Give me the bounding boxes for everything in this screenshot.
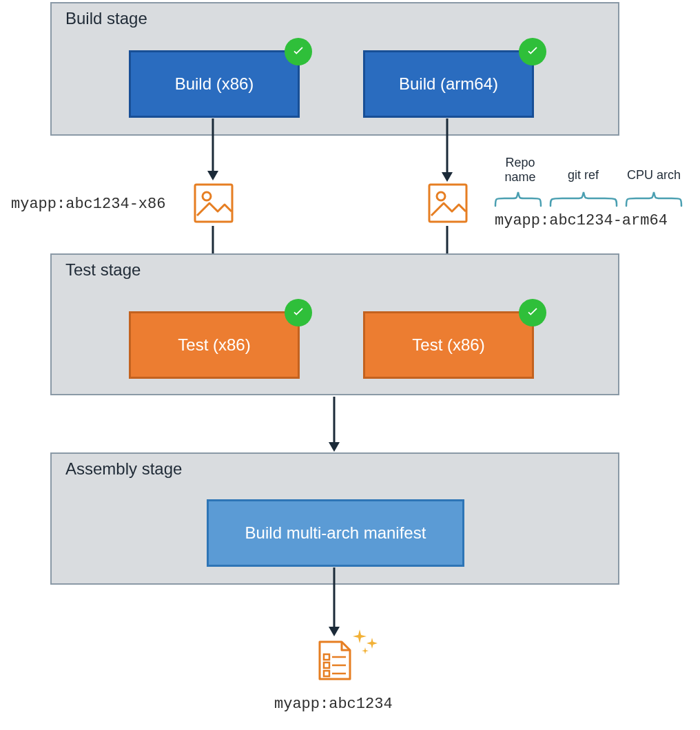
brace-icon: [548, 190, 619, 208]
brace-icon: [493, 190, 543, 208]
build-manifest-label: Build multi-arch manifest: [245, 523, 426, 543]
svg-rect-8: [324, 671, 329, 676]
svg-rect-0: [195, 185, 232, 222]
arrow-icon: [329, 397, 340, 452]
annotation-repo-name: Reponame: [496, 156, 544, 184]
pipeline-diagram: Build stage Build (x86) Build (arm64) my…: [0, 0, 700, 730]
x86-image-tag: myapp:abc1234-x86: [11, 196, 165, 213]
container-image-icon: [427, 182, 469, 224]
arrow-icon: [329, 567, 340, 636]
arrow-icon: [442, 118, 453, 182]
svg-point-3: [437, 192, 445, 200]
assembly-stage: Assembly stage Build multi-arch manifest: [50, 452, 619, 585]
svg-rect-2: [429, 185, 466, 222]
build-x86-job: Build (x86): [129, 50, 300, 118]
test-stage: Test stage Test (x86) Test (x86): [50, 253, 619, 395]
test-x86-right-label: Test (x86): [412, 335, 484, 355]
test-x86-left-job: Test (x86): [129, 311, 300, 379]
build-x86-label: Build (x86): [175, 74, 254, 94]
arrow-icon: [207, 118, 218, 180]
test-x86-right-job: Test (x86): [363, 311, 534, 379]
final-image-tag: myapp:abc1234: [274, 696, 393, 713]
container-image-icon: [193, 182, 234, 224]
test-x86-left-label: Test (x86): [178, 335, 250, 355]
test-stage-title: Test stage: [65, 260, 141, 280]
svg-rect-6: [324, 663, 329, 668]
assembly-stage-title: Assembly stage: [65, 459, 182, 479]
sparkle-icon: [351, 628, 379, 656]
build-stage: Build stage Build (x86) Build (arm64): [50, 2, 619, 136]
svg-rect-4: [324, 654, 329, 660]
success-badge-icon: [519, 299, 546, 326]
success-badge-icon: [285, 38, 312, 65]
arm64-image-tag: myapp:abc1234-arm64: [495, 212, 668, 229]
annotation-git-ref: git ref: [568, 168, 599, 182]
build-stage-title: Build stage: [65, 9, 147, 28]
success-badge-icon: [285, 299, 312, 326]
build-manifest-job: Build multi-arch manifest: [207, 499, 464, 567]
annotation-cpu-arch: CPU arch: [627, 168, 681, 182]
svg-point-1: [203, 192, 211, 200]
manifest-file-icon: [317, 639, 353, 682]
brace-icon: [624, 190, 683, 208]
success-badge-icon: [519, 38, 546, 65]
build-arm64-job: Build (arm64): [363, 50, 534, 118]
build-arm64-label: Build (arm64): [399, 74, 498, 94]
